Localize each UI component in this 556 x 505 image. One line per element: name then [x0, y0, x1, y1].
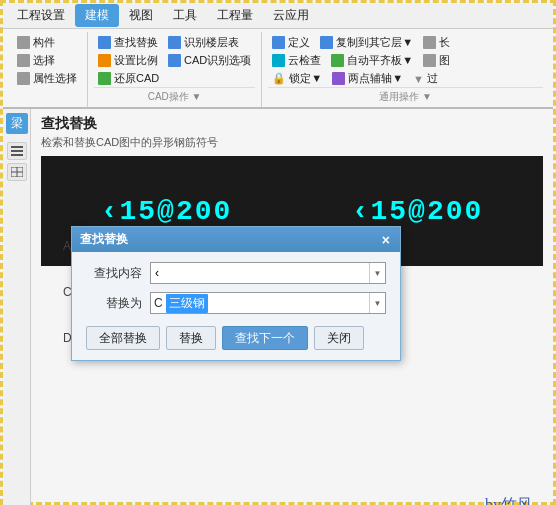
content-description: 检索和替换CAD图中的异形钢筋符号 [41, 135, 543, 150]
cad-text-right: ‹15@200 [352, 196, 484, 227]
menu-bar: 工程设置 建模 视图 工具 工程量 云应用 [3, 3, 553, 29]
two-point-icon [332, 72, 345, 85]
btn-replace[interactable]: 替换 [166, 326, 216, 350]
define-icon [272, 36, 285, 49]
ribbon-section-tools: 构件 选择 属性选择 [7, 32, 88, 107]
dialog-find-row: 查找内容 ▼ [86, 262, 386, 284]
left-sidebar: 梁 [3, 109, 31, 505]
dialog-replace-row: 替换为 C 三级钢 ▼ [86, 292, 386, 314]
btn-select[interactable]: 选择 [13, 52, 59, 69]
btn-two-point[interactable]: 两点辅轴▼ [328, 70, 407, 87]
main-area: 梁 查找替换 检索和替换CAD图中的异形钢筋符号 ‹15@200 ‹15@200 [3, 109, 553, 505]
menu-view[interactable]: 视图 [119, 4, 163, 27]
svg-rect-0 [11, 146, 23, 148]
btn-cad-identify[interactable]: CAD识别选项 [164, 52, 255, 69]
btn-find-replace[interactable]: 查找替换 [94, 34, 162, 51]
replace-label: 替换为 [86, 295, 142, 312]
btn-find-next[interactable]: 查找下一个 [222, 326, 308, 350]
replace-highlight: 三级钢 [166, 294, 208, 313]
cad-identify-icon [168, 54, 181, 67]
menu-tools[interactable]: 工具 [163, 4, 207, 27]
btn-restore-cad[interactable]: 还原CAD [94, 70, 163, 87]
dialog-title: 查找替换 [80, 231, 128, 248]
find-replace-icon [98, 36, 111, 49]
dialog-close-button[interactable]: × [380, 233, 392, 247]
component-icon [17, 36, 30, 49]
dialog-body: 查找内容 ▼ 替换为 C 三级钢 [72, 252, 400, 360]
btn-define[interactable]: 定义 [268, 34, 314, 51]
select-icon [17, 54, 30, 67]
lock-icon: 🔒 [272, 72, 286, 85]
find-label: 查找内容 [86, 265, 142, 282]
replace-dropdown-arrow[interactable]: ▼ [369, 293, 385, 313]
app-window: 工程设置 建模 视图 工具 工程量 云应用 构件 [0, 0, 556, 505]
dialog-title-bar: 查找替换 × [72, 227, 400, 252]
svg-rect-2 [11, 154, 23, 156]
btn-auto-level[interactable]: 自动平齐板▼ [327, 52, 417, 69]
copy-to-icon [320, 36, 333, 49]
length-icon [423, 36, 436, 49]
signature: by竹风 [485, 495, 533, 505]
btn-filter[interactable]: ▼ 过 [409, 70, 442, 87]
content-title: 查找替换 [41, 115, 543, 133]
auto-level-icon [331, 54, 344, 67]
replace-prefix: C [151, 296, 166, 310]
btn-identify-floors[interactable]: 识别楼层表 [164, 34, 243, 51]
btn-lock[interactable]: 🔒 锁定▼ [268, 70, 326, 87]
ribbon-section-general: 定义 复制到其它层▼ 长 [262, 32, 549, 107]
btn-component[interactable]: 构件 [13, 34, 59, 51]
dialog-buttons: 全部替换 替换 查找下一个 关闭 [86, 322, 386, 350]
set-scale-icon [98, 54, 111, 67]
cad-text-left: ‹15@200 [101, 196, 233, 227]
sidebar-tab-beam[interactable]: 梁 [6, 113, 28, 134]
btn-length[interactable]: 长 [419, 34, 454, 51]
btn-set-scale[interactable]: 设置比例 [94, 52, 162, 69]
content-panel: 查找替换 检索和替换CAD图中的异形钢筋符号 ‹15@200 ‹15@200 查… [31, 109, 553, 505]
btn-cloud-check[interactable]: 云检查 [268, 52, 325, 69]
cad-section-label[interactable]: CAD操作 ▼ [94, 87, 255, 105]
btn-prop-select[interactable]: 属性选择 [13, 70, 81, 87]
sidebar-table-icon[interactable] [7, 163, 27, 181]
replace-input-wrapper: C 三级钢 ▼ [150, 292, 386, 314]
btn-replace-all[interactable]: 全部替换 [86, 326, 160, 350]
find-input-wrapper: ▼ [150, 262, 386, 284]
restore-cad-icon [98, 72, 111, 85]
ribbon-section-cad: 查找替换 识别楼层表 设置比例 [88, 32, 262, 107]
menu-engineering-settings[interactable]: 工程设置 [7, 4, 75, 27]
filter-icon: ▼ [413, 73, 424, 85]
cad-preview: ‹15@200 ‹15@200 查找替换 × 查找内容 [41, 156, 543, 266]
cloud-check-icon [272, 54, 285, 67]
menu-modeling[interactable]: 建模 [75, 4, 119, 27]
ribbon: 构件 选择 属性选择 [3, 29, 553, 109]
sidebar-list-icon[interactable] [7, 142, 27, 160]
menu-cloud[interactable]: 云应用 [263, 4, 319, 27]
find-replace-dialog: 查找替换 × 查找内容 ▼ [71, 226, 401, 361]
menu-quantities[interactable]: 工程量 [207, 4, 263, 27]
btn-close[interactable]: 关闭 [314, 326, 364, 350]
prop-select-icon [17, 72, 30, 85]
image-icon [423, 54, 436, 67]
identify-floors-icon [168, 36, 181, 49]
btn-image[interactable]: 图 [419, 52, 454, 69]
btn-copy-to[interactable]: 复制到其它层▼ [316, 34, 417, 51]
find-input[interactable] [151, 263, 369, 283]
general-section-label[interactable]: 通用操作 ▼ [268, 87, 543, 105]
find-dropdown-arrow[interactable]: ▼ [369, 263, 385, 283]
svg-rect-1 [11, 150, 23, 152]
